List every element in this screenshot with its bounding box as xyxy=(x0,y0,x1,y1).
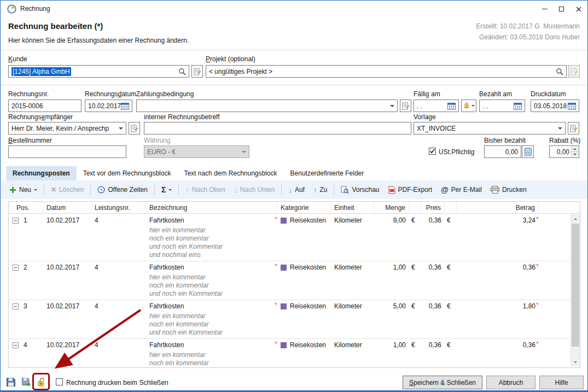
save-close-button[interactable]: Speichern & Schließen xyxy=(403,376,482,389)
col-leistungsnr[interactable]: Leistungsnr. xyxy=(91,202,146,214)
save-and-continue-button[interactable] xyxy=(20,376,33,389)
col-preis[interactable]: Preis xyxy=(421,202,445,214)
rechnungsempfaenger-select[interactable]: Herr Dr. Meier, Kevin / Ansprechp xyxy=(8,122,126,134)
calendar-icon[interactable] xyxy=(568,102,576,110)
cancel-button[interactable]: Abbruch xyxy=(486,376,535,389)
loeschen-button[interactable]: ✕ Löschen xyxy=(46,183,88,197)
col-pos[interactable]: Pos. xyxy=(9,202,43,214)
projekt-search-icon[interactable] xyxy=(556,68,563,75)
calendar-icon[interactable] xyxy=(514,102,522,110)
bisher-bezahlt-label: Bisher bezahlt xyxy=(484,137,526,144)
chevron-down-icon[interactable] xyxy=(168,189,172,191)
tab-text-vor-rechnungsblock[interactable]: Text vor dem Rechnungsblock xyxy=(77,166,178,180)
tab-benutzerdefinierte-felder[interactable]: Benutzerdefinierte Felder xyxy=(284,166,371,180)
projekt-input[interactable]: < ungültiges Projekt > xyxy=(206,65,567,78)
kunde-label: Kunde xyxy=(8,55,27,63)
scrollbar-thumb[interactable] xyxy=(572,224,579,347)
projekt-edit-button[interactable] xyxy=(568,65,580,78)
help-button[interactable]: Hilfe xyxy=(539,376,584,389)
chevron-down-icon[interactable] xyxy=(34,189,37,191)
bezahlt-am-input[interactable]: . . xyxy=(479,100,525,112)
cell-pos: 1 xyxy=(9,214,43,226)
col-betrag[interactable]: Betrag xyxy=(457,202,539,214)
clock-icon xyxy=(97,186,105,194)
pdf-export-button[interactable]: PDF-Export xyxy=(384,183,437,197)
vorschau-button[interactable]: Vorschau xyxy=(336,183,383,197)
save-button[interactable] xyxy=(4,376,18,389)
collapse-icon[interactable] xyxy=(13,303,19,309)
col-filler xyxy=(539,202,580,214)
zu-button[interactable]: ↑ Zu xyxy=(309,183,332,197)
rabatt-spinner[interactable] xyxy=(571,147,578,157)
zahlungsbedingung-select[interactable] xyxy=(136,100,398,112)
close-button[interactable] xyxy=(570,1,587,17)
kunde-input[interactable]: [1245] Alpha GmbH xyxy=(8,65,189,78)
close-icon xyxy=(576,7,581,12)
position-comment: und noch ein Kommentar xyxy=(9,290,570,298)
col-bezeichnung[interactable]: Bezeichnung xyxy=(146,202,277,214)
vorlage-edit-button[interactable] xyxy=(568,122,579,134)
checkmark-icon xyxy=(429,148,435,154)
maximize-button[interactable] xyxy=(553,1,570,17)
vorlage-select[interactable]: XT_INVOICE xyxy=(414,122,566,134)
calendar-icon[interactable] xyxy=(447,102,456,110)
per-email-button[interactable]: @ Per E-Mail xyxy=(436,183,486,197)
cell-datum: 10.02.2017 xyxy=(43,261,91,273)
rechnungsdatum-label: Rechnungsdatum xyxy=(85,90,136,98)
spin-up-icon[interactable] xyxy=(571,147,578,151)
chevron-down-icon xyxy=(242,151,246,153)
neu-button[interactable]: Neu xyxy=(5,183,42,197)
col-datum[interactable]: Datum xyxy=(43,202,91,214)
zahlungsbedingung-edit-button[interactable] xyxy=(400,100,411,112)
spin-down-icon[interactable] xyxy=(571,151,578,157)
note-marker-icon xyxy=(535,342,538,344)
window-controls xyxy=(536,1,587,17)
table-row[interactable]: 2 10.02.2017 4 Fahrtkosten Reisekosten K… xyxy=(9,261,570,300)
tab-text-nach-rechnungsblock[interactable]: Text nach dem Rechnungsblock xyxy=(177,166,283,180)
collapse-icon[interactable] xyxy=(13,265,19,271)
table-row[interactable]: 3 10.02.2017 4 Fahrtkosten Reisekosten K… xyxy=(9,300,570,338)
interner-betreff-input[interactable] xyxy=(144,122,411,134)
col-kategorie[interactable]: Kategorie xyxy=(277,202,331,214)
auf-button[interactable]: ↓ Auf xyxy=(284,183,309,197)
tab-rechnungsposten[interactable]: Rechnungsposten xyxy=(6,166,77,180)
kunde-search-icon[interactable] xyxy=(178,68,186,75)
faellig-am-input[interactable]: . . xyxy=(414,100,459,112)
collapse-icon[interactable] xyxy=(13,342,19,348)
ust-pflichtig-checkbox[interactable] xyxy=(429,148,436,155)
calendar-icon[interactable] xyxy=(121,102,129,110)
calculator-button[interactable] xyxy=(522,145,534,158)
rechnungsempfaenger-edit-button[interactable] xyxy=(129,122,140,134)
rechnungsdatum-input[interactable]: 10.02.2017 xyxy=(85,100,132,112)
table-row[interactable]: 1 10.02.2017 4 Fahrtkosten Reisekosten K… xyxy=(9,214,570,261)
minimize-button[interactable] xyxy=(536,1,553,17)
bestellnummer-input[interactable] xyxy=(8,145,126,158)
nach-unten-button[interactable]: ↓ Nach Unten xyxy=(230,183,280,197)
col-menge[interactable]: Menge xyxy=(374,202,409,214)
rechnungsnr-input[interactable]: 2015-0006 xyxy=(8,100,81,112)
kunde-edit-button[interactable] xyxy=(191,65,203,78)
reminder-button[interactable] xyxy=(461,100,476,112)
summe-button[interactable]: Σ xyxy=(157,183,176,197)
print-on-close-checkbox[interactable] xyxy=(56,378,63,385)
offene-zeiten-button[interactable]: Offene Zeiten xyxy=(93,183,152,197)
scroll-up-button[interactable] xyxy=(571,214,580,224)
vertical-scrollbar[interactable] xyxy=(570,214,580,367)
divider xyxy=(1,50,587,50)
bisher-bezahlt-input[interactable]: 0,00 xyxy=(484,145,521,158)
at-sign-icon: @ xyxy=(441,185,449,194)
minimize-icon xyxy=(542,9,548,9)
cell-menge-currency: € xyxy=(409,261,421,273)
cell-leistungsnr: 4 xyxy=(91,339,146,351)
col-einheit[interactable]: Einheit xyxy=(331,202,374,214)
rabatt-input[interactable]: 0,00 xyxy=(549,145,579,158)
scroll-down-button[interactable] xyxy=(571,358,580,367)
cell-einheit: Kilometer xyxy=(331,339,374,351)
cell-datum: 10.02.2017 xyxy=(43,300,91,312)
collapse-icon[interactable] xyxy=(13,218,19,224)
nach-oben-button[interactable]: ↑ Nach Oben xyxy=(181,183,229,197)
table-row[interactable]: 4 10.02.2017 4 Fahrtkosten Reisekosten K… xyxy=(9,338,570,367)
druckdatum-input[interactable]: 03.05.2018 xyxy=(531,100,579,112)
cell-pos: 2 xyxy=(9,261,43,273)
drucken-button[interactable]: Drucken xyxy=(486,183,531,197)
